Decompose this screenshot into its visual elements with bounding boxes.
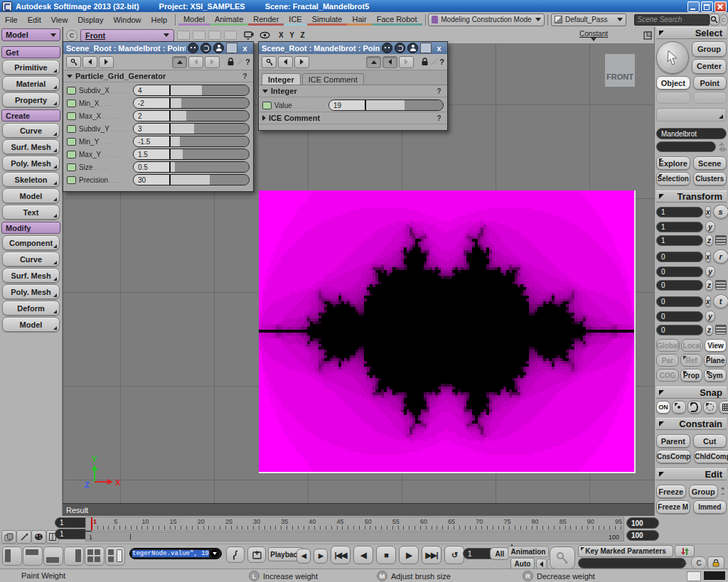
scene-button[interactable]: Scene (693, 156, 727, 170)
param-slider-value[interactable]: 19 (328, 99, 444, 111)
tab-ice-comment[interactable]: ICE Comment (302, 73, 364, 85)
transform-t-x-field[interactable]: 0 (656, 296, 703, 307)
lock-icon[interactable] (421, 58, 429, 66)
keyable-icon[interactable] (66, 56, 81, 68)
select-tool-button[interactable] (656, 41, 689, 74)
transform-s-x-field[interactable]: 1 (656, 207, 703, 217)
edit-freeze-m-button[interactable]: Freeze M (656, 500, 690, 514)
prev-param-button[interactable] (278, 56, 293, 68)
section-help-button[interactable]: ? (240, 72, 250, 81)
spinner-right-icon[interactable] (723, 146, 727, 152)
lock-icon[interactable] (227, 58, 235, 66)
marked-parameter-arrows-icon[interactable] (675, 545, 695, 557)
param-slider-track[interactable] (171, 124, 249, 134)
snap-point-button[interactable] (672, 401, 686, 414)
axis-x-button[interactable]: x (705, 206, 711, 217)
toolbar-button-curve[interactable]: Curve (2, 123, 60, 138)
param-slider-track[interactable] (171, 162, 249, 172)
camera-icon[interactable] (244, 31, 254, 40)
layout-right-button[interactable] (64, 546, 84, 566)
toolbar-button-model[interactable]: Model (2, 317, 60, 332)
selection-secondary-field[interactable] (656, 141, 716, 152)
param-value-field[interactable]: 1.5 (134, 149, 171, 159)
axis-x-button[interactable]: x (705, 251, 711, 262)
transform-ref-ref[interactable]: Ref (680, 354, 703, 367)
param-slider-max-x[interactable]: 2 (133, 110, 250, 122)
viewport-camera-dropdown[interactable]: Front (80, 29, 174, 42)
transform-section-header[interactable]: Transform (656, 190, 727, 203)
transform-ref-par[interactable]: Par (656, 354, 679, 367)
param-value-field[interactable]: 0.5 (134, 162, 171, 172)
layout-bottom-button[interactable] (43, 546, 63, 566)
nav-up-button[interactable] (366, 56, 381, 68)
loop-button[interactable]: ↺ (444, 546, 464, 564)
menu-edit[interactable]: Edit (23, 14, 46, 25)
set-key-icon[interactable] (550, 546, 575, 569)
transform-ref-plane[interactable]: Plane (704, 354, 727, 367)
ppg-close-button[interactable]: x (434, 43, 444, 53)
menu-file[interactable]: File (0, 14, 23, 25)
ppg-section-header[interactable]: Integer ? (259, 85, 447, 97)
select-filter-flyout[interactable] (656, 108, 727, 122)
prev-key-icon[interactable] (536, 559, 547, 569)
param-animatable-checkbox[interactable] (67, 151, 76, 158)
spinner-left-icon[interactable] (719, 146, 722, 152)
timeline-ruler[interactable]: 1 5101520253035404550556065707580859095 (85, 517, 624, 531)
brush-icon[interactable] (16, 530, 31, 544)
keyable-icon[interactable] (262, 56, 277, 68)
param-animatable-checkbox[interactable] (67, 99, 76, 107)
frame-step-forward-button[interactable]: ▶ (314, 549, 328, 564)
maximize-button[interactable] (701, 1, 713, 12)
snap-grid-button[interactable] (719, 401, 728, 414)
transform-prop-button[interactable]: Prop (680, 369, 703, 382)
menu-ice[interactable]: ICE (284, 14, 306, 26)
range-cursor[interactable] (130, 534, 131, 540)
param-value-field[interactable]: 2 (134, 111, 171, 121)
key-marked-parameters-button[interactable]: Key Marked Parameters (578, 545, 673, 557)
param-animatable-checkbox[interactable] (67, 125, 76, 133)
go-to-start-button[interactable]: |◀◀ (331, 546, 350, 564)
param-animatable-checkbox[interactable] (67, 87, 76, 95)
toolbar-button-primitive[interactable]: Primitive (2, 60, 60, 75)
play-all-button[interactable]: All (490, 547, 510, 560)
toolbar-button-deform[interactable]: Deform (2, 301, 60, 316)
transform-mode-view[interactable]: View (705, 339, 727, 352)
param-slider-track[interactable] (171, 175, 249, 185)
scene-search-input[interactable] (634, 14, 710, 26)
constrain-parent-button[interactable]: Parent (656, 434, 690, 448)
snap-on-button[interactable]: ON (656, 401, 670, 414)
ppg-user-icon[interactable] (213, 43, 224, 53)
viewport-camera-badge[interactable]: C (66, 30, 77, 41)
snap-curve-button[interactable] (687, 401, 702, 414)
layout-quad-button[interactable] (85, 546, 105, 566)
menu-display[interactable]: Display (73, 14, 108, 25)
axis-y-button[interactable]: y (705, 311, 715, 322)
nav-forward-button[interactable] (205, 56, 220, 68)
param-slider-size[interactable]: 0.5 (133, 161, 250, 173)
menu-window[interactable]: Window (108, 14, 146, 25)
param-slider-min-x[interactable]: -2 (133, 97, 250, 109)
spinner-up-icon[interactable] (719, 142, 724, 146)
transform-t-y-field[interactable]: 0 (656, 311, 703, 322)
timeline-range-bar[interactable]: 1 100 (85, 532, 624, 541)
layout-columns-button[interactable] (105, 546, 125, 566)
next-param-button[interactable] (294, 56, 309, 68)
play-forward-button[interactable]: ▶ (399, 546, 419, 564)
toolbar-button-material[interactable]: Material (2, 76, 60, 91)
ppg-help-button[interactable]: ? (439, 58, 444, 66)
menu-view[interactable]: View (46, 14, 73, 25)
toolbar-button-surf-mesh[interactable]: Surf. Mesh (2, 268, 60, 283)
param-slider-subdiv-y[interactable]: 3 (133, 123, 250, 134)
transform-r-z-field[interactable]: 0 (656, 280, 703, 291)
ppg-integer-node[interactable]: Scene_Root : Mandelbrot : Point Cl... _ … (258, 41, 448, 131)
transform-mode-global[interactable]: Global (656, 339, 680, 352)
select-group-button[interactable]: Group (692, 41, 727, 57)
param-animatable-checkbox[interactable] (67, 138, 76, 146)
search-icon[interactable] (710, 14, 719, 26)
ppg-minimize-button[interactable]: _ (226, 43, 237, 53)
auto-key-button[interactable]: Auto (510, 558, 535, 569)
pencil-icon[interactable] (430, 58, 438, 66)
param-slider-track[interactable] (171, 111, 249, 121)
param-value-field[interactable]: 4 (134, 85, 171, 95)
prev-param-button[interactable] (82, 56, 97, 68)
